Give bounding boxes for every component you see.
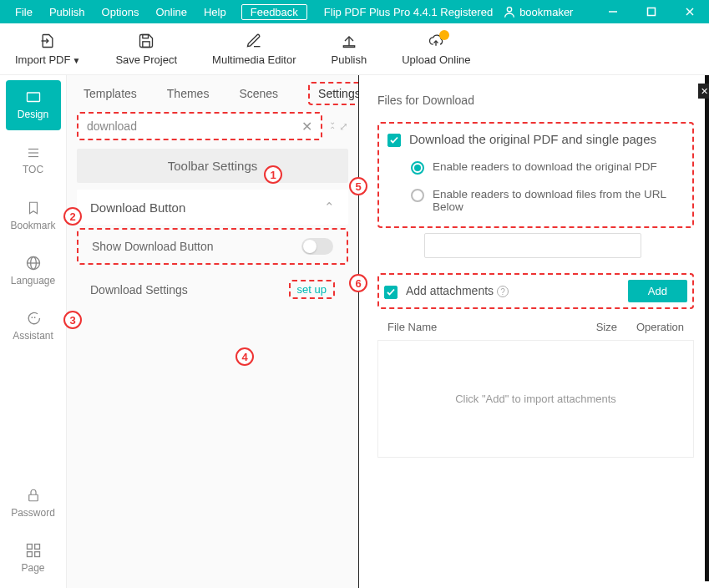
svg-point-15 bbox=[31, 317, 33, 318]
attachments-header: File Name Size Operation bbox=[377, 314, 694, 341]
search-input[interactable] bbox=[87, 119, 301, 133]
check-download-original[interactable]: Download the original PDF and single pag… bbox=[387, 132, 684, 147]
left-rail: Design TOC Bookmark Language Assistant bbox=[0, 75, 67, 588]
user-badge[interactable]: bookmaker bbox=[503, 5, 573, 18]
rail-language[interactable]: Language bbox=[6, 246, 61, 296]
tab-scenes[interactable]: Scenes bbox=[239, 87, 278, 100]
checkbox-icon bbox=[387, 134, 401, 147]
rail-password[interactable]: Password bbox=[6, 478, 61, 528]
row-show-download-button: Show Download Button bbox=[77, 228, 348, 265]
attachments-empty: Click "Add" to import attachments bbox=[377, 341, 694, 458]
checkbox-icon bbox=[384, 286, 398, 299]
app-title: Flip PDF Plus Pro 4.4.1 Registered bbox=[324, 6, 493, 18]
annotation-4: 4 bbox=[235, 347, 254, 366]
tab-templates[interactable]: Templates bbox=[84, 87, 137, 100]
rail-toc[interactable]: TOC bbox=[6, 135, 61, 185]
accordion-download-button[interactable]: Download Button ⌃ bbox=[77, 190, 348, 225]
svg-rect-21 bbox=[34, 552, 39, 557]
publish-icon bbox=[341, 32, 357, 50]
menu-help[interactable]: Help bbox=[195, 6, 235, 18]
import-pdf-button[interactable]: Import PDF▼ bbox=[15, 32, 80, 66]
menu-options[interactable]: Options bbox=[94, 6, 148, 18]
center-panel: Templates Themes Scenes Settings ✕ ⌄⌃ ⤢ … bbox=[67, 75, 358, 588]
tab-themes[interactable]: Themes bbox=[167, 87, 210, 100]
edit-icon bbox=[246, 32, 262, 50]
svg-rect-17 bbox=[28, 494, 38, 501]
row-add-attachments: Add attachments? Add bbox=[377, 273, 694, 309]
publish-button[interactable]: Publish bbox=[332, 32, 367, 66]
menu-publish[interactable]: Publish bbox=[41, 6, 94, 18]
rail-bookmark[interactable]: Bookmark bbox=[6, 190, 61, 241]
feedback-button[interactable]: Feedback bbox=[241, 4, 307, 20]
svg-rect-7 bbox=[343, 46, 354, 48]
svg-rect-2 bbox=[648, 8, 656, 16]
menu-online[interactable]: Online bbox=[147, 6, 195, 18]
right-panel: Files for Download Download the original… bbox=[358, 75, 709, 588]
window-maximize[interactable] bbox=[632, 0, 671, 23]
multimedia-editor-button[interactable]: Multimedia Editor bbox=[212, 32, 296, 66]
save-project-button[interactable]: Save Project bbox=[115, 32, 177, 66]
panel-close-icon[interactable]: ✕ bbox=[698, 84, 709, 99]
section-toolbar-settings: Toolbar Settings bbox=[77, 149, 348, 183]
notification-dot bbox=[439, 30, 449, 40]
search-box: ✕ bbox=[77, 112, 322, 140]
rail-design[interactable]: Design bbox=[6, 80, 61, 130]
url-input[interactable] bbox=[424, 233, 641, 258]
row-download-settings: Download Settings set up bbox=[77, 271, 348, 307]
cloud-upload-icon bbox=[426, 32, 446, 50]
add-button[interactable]: Add bbox=[628, 280, 687, 302]
check-add-attachments[interactable]: Add attachments? bbox=[384, 284, 509, 299]
svg-point-16 bbox=[33, 317, 35, 318]
svg-rect-8 bbox=[27, 93, 39, 102]
main-area: Design TOC Bookmark Language Assistant bbox=[0, 75, 709, 588]
label-show-download: Show Download Button bbox=[92, 240, 214, 253]
right-edge-strip bbox=[705, 75, 709, 581]
radio-off-icon bbox=[411, 189, 424, 202]
rail-page[interactable]: Page bbox=[6, 533, 61, 583]
col-operation: Operation bbox=[617, 321, 684, 333]
import-icon bbox=[38, 32, 57, 50]
upload-online-button[interactable]: Upload Online bbox=[402, 32, 470, 66]
window-minimize[interactable] bbox=[594, 0, 632, 23]
toggle-show-download[interactable] bbox=[301, 238, 333, 255]
rail-assistant[interactable]: Assistant bbox=[6, 301, 61, 351]
save-icon bbox=[138, 32, 154, 50]
svg-point-0 bbox=[507, 8, 511, 12]
svg-rect-6 bbox=[143, 42, 149, 48]
radio-download-url[interactable]: Enable readers to download files from th… bbox=[411, 188, 684, 213]
menu-file[interactable]: File bbox=[7, 6, 41, 18]
clear-search-icon[interactable]: ✕ bbox=[301, 119, 312, 134]
right-panel-title: Files for Download bbox=[377, 94, 694, 107]
expand-collapse-icon[interactable]: ⌄⌃ bbox=[329, 118, 336, 134]
design-tabs: Templates Themes Scenes Settings bbox=[67, 75, 358, 112]
titlebar: File Publish Options Online Help Feedbac… bbox=[0, 0, 709, 23]
username: bookmaker bbox=[519, 6, 573, 18]
radio-download-original[interactable]: Enable readers to download the original … bbox=[411, 160, 684, 175]
help-icon[interactable]: ? bbox=[497, 286, 509, 297]
window-close[interactable] bbox=[671, 0, 709, 23]
main-toolbar: Import PDF▼ Save Project Multimedia Edit… bbox=[0, 23, 709, 75]
col-filename: File Name bbox=[387, 321, 575, 333]
svg-rect-19 bbox=[34, 545, 39, 550]
setup-link[interactable]: set up bbox=[289, 280, 335, 299]
label-download-settings: Download Settings bbox=[90, 283, 188, 297]
col-size: Size bbox=[575, 321, 617, 333]
annotation-3: 3 bbox=[63, 311, 82, 329]
svg-rect-20 bbox=[27, 552, 32, 557]
radio-on-icon bbox=[411, 161, 424, 175]
chevron-up-icon: ⌃ bbox=[324, 200, 335, 215]
svg-rect-5 bbox=[143, 35, 149, 38]
svg-rect-18 bbox=[27, 545, 32, 550]
user-icon bbox=[503, 5, 516, 18]
expand-all-icon[interactable]: ⤢ bbox=[339, 120, 348, 133]
